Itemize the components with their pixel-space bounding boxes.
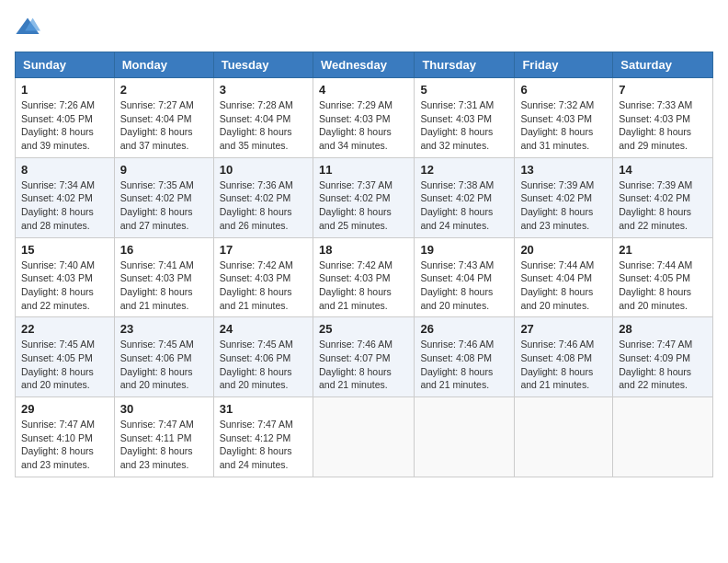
calendar-day-cell: 4Sunrise: 7:29 AMSunset: 4:03 PMDaylight… — [313, 78, 414, 158]
day-number: 29 — [21, 402, 108, 416]
day-info: Sunrise: 7:34 AMSunset: 4:02 PMDaylight:… — [21, 178, 108, 233]
day-info: Sunrise: 7:46 AMSunset: 4:08 PMDaylight:… — [420, 338, 508, 392]
calendar-day-cell — [613, 397, 713, 477]
day-info: Sunrise: 7:45 AMSunset: 4:06 PMDaylight:… — [120, 338, 208, 392]
calendar-day-cell: 15Sunrise: 7:40 AMSunset: 4:03 PMDayligh… — [16, 237, 115, 317]
calendar-day-cell — [515, 397, 613, 477]
day-info: Sunrise: 7:44 AMSunset: 4:04 PMDaylight:… — [520, 259, 607, 313]
calendar-day-cell: 27Sunrise: 7:46 AMSunset: 4:08 PMDayligh… — [515, 317, 613, 397]
day-info: Sunrise: 7:45 AMSunset: 4:05 PMDaylight:… — [21, 338, 108, 392]
calendar-day-cell — [415, 397, 515, 477]
weekday-header-cell: Wednesday — [313, 52, 414, 78]
day-info: Sunrise: 7:47 AMSunset: 4:11 PMDaylight:… — [120, 418, 208, 472]
day-info: Sunrise: 7:29 AMSunset: 4:03 PMDaylight:… — [319, 98, 408, 153]
calendar-day-cell: 16Sunrise: 7:41 AMSunset: 4:03 PMDayligh… — [114, 237, 213, 317]
calendar-week-row: 1Sunrise: 7:26 AMSunset: 4:05 PMDaylight… — [16, 78, 713, 158]
day-number: 3 — [220, 83, 307, 97]
day-info: Sunrise: 7:41 AMSunset: 4:03 PMDaylight:… — [120, 259, 208, 313]
calendar-header-row: SundayMondayTuesdayWednesdayThursdayFrid… — [16, 52, 713, 78]
day-number: 23 — [120, 322, 208, 336]
day-info: Sunrise: 7:35 AMSunset: 4:02 PMDaylight:… — [120, 178, 208, 233]
calendar-day-cell: 3Sunrise: 7:28 AMSunset: 4:04 PMDaylight… — [213, 78, 313, 158]
day-info: Sunrise: 7:36 AMSunset: 4:02 PMDaylight:… — [220, 178, 307, 233]
calendar-day-cell: 18Sunrise: 7:42 AMSunset: 4:03 PMDayligh… — [313, 237, 414, 317]
day-number: 7 — [619, 83, 707, 97]
day-number: 21 — [619, 243, 707, 257]
day-number: 30 — [120, 402, 208, 416]
day-number: 25 — [319, 322, 408, 336]
calendar-day-cell: 30Sunrise: 7:47 AMSunset: 4:11 PMDayligh… — [114, 397, 213, 477]
day-info: Sunrise: 7:32 AMSunset: 4:03 PMDaylight:… — [520, 98, 607, 153]
day-info: Sunrise: 7:33 AMSunset: 4:03 PMDaylight:… — [619, 98, 707, 153]
day-number: 22 — [21, 322, 108, 336]
calendar-day-cell: 24Sunrise: 7:45 AMSunset: 4:06 PMDayligh… — [213, 317, 313, 397]
calendar-day-cell: 20Sunrise: 7:44 AMSunset: 4:04 PMDayligh… — [515, 237, 613, 317]
day-number: 26 — [420, 322, 508, 336]
calendar-day-cell: 31Sunrise: 7:47 AMSunset: 4:12 PMDayligh… — [213, 397, 313, 477]
weekday-header-cell: Friday — [515, 52, 613, 78]
calendar-day-cell: 7Sunrise: 7:33 AMSunset: 4:03 PMDaylight… — [613, 78, 713, 158]
calendar-day-cell — [313, 397, 414, 477]
day-number: 8 — [21, 163, 108, 177]
day-info: Sunrise: 7:39 AMSunset: 4:02 PMDaylight:… — [520, 178, 607, 233]
day-number: 4 — [319, 83, 408, 97]
weekday-header-cell: Sunday — [16, 52, 115, 78]
day-info: Sunrise: 7:44 AMSunset: 4:05 PMDaylight:… — [619, 259, 707, 313]
day-info: Sunrise: 7:42 AMSunset: 4:03 PMDaylight:… — [319, 259, 408, 313]
day-number: 2 — [120, 83, 208, 97]
day-number: 15 — [21, 243, 108, 257]
calendar-day-cell: 8Sunrise: 7:34 AMSunset: 4:02 PMDaylight… — [16, 157, 115, 237]
calendar-week-row: 22Sunrise: 7:45 AMSunset: 4:05 PMDayligh… — [16, 317, 713, 397]
weekday-header-cell: Tuesday — [213, 52, 313, 78]
day-number: 24 — [220, 322, 307, 336]
day-number: 12 — [420, 163, 508, 177]
day-info: Sunrise: 7:43 AMSunset: 4:04 PMDaylight:… — [420, 259, 508, 313]
calendar-week-row: 8Sunrise: 7:34 AMSunset: 4:02 PMDaylight… — [16, 157, 713, 237]
day-info: Sunrise: 7:46 AMSunset: 4:08 PMDaylight:… — [520, 338, 607, 392]
day-number: 14 — [619, 163, 707, 177]
day-number: 31 — [220, 402, 307, 416]
calendar-day-cell: 28Sunrise: 7:47 AMSunset: 4:09 PMDayligh… — [613, 317, 713, 397]
calendar-week-row: 29Sunrise: 7:47 AMSunset: 4:10 PMDayligh… — [16, 397, 713, 477]
day-number: 19 — [420, 243, 508, 257]
day-info: Sunrise: 7:46 AMSunset: 4:07 PMDaylight:… — [319, 338, 408, 392]
page-header — [15, 15, 713, 40]
calendar-day-cell: 22Sunrise: 7:45 AMSunset: 4:05 PMDayligh… — [16, 317, 115, 397]
calendar-day-cell: 10Sunrise: 7:36 AMSunset: 4:02 PMDayligh… — [213, 157, 313, 237]
day-number: 9 — [120, 163, 208, 177]
calendar-day-cell: 19Sunrise: 7:43 AMSunset: 4:04 PMDayligh… — [415, 237, 515, 317]
day-number: 1 — [21, 83, 108, 97]
calendar-day-cell: 1Sunrise: 7:26 AMSunset: 4:05 PMDaylight… — [16, 78, 115, 158]
day-number: 5 — [420, 83, 508, 97]
day-info: Sunrise: 7:27 AMSunset: 4:04 PMDaylight:… — [120, 98, 208, 153]
calendar-day-cell: 26Sunrise: 7:46 AMSunset: 4:08 PMDayligh… — [415, 317, 515, 397]
calendar-day-cell: 25Sunrise: 7:46 AMSunset: 4:07 PMDayligh… — [313, 317, 414, 397]
calendar-day-cell: 12Sunrise: 7:38 AMSunset: 4:02 PMDayligh… — [415, 157, 515, 237]
day-info: Sunrise: 7:45 AMSunset: 4:06 PMDaylight:… — [220, 338, 307, 392]
day-info: Sunrise: 7:47 AMSunset: 4:12 PMDaylight:… — [220, 418, 307, 472]
day-info: Sunrise: 7:37 AMSunset: 4:02 PMDaylight:… — [319, 178, 408, 233]
day-info: Sunrise: 7:31 AMSunset: 4:03 PMDaylight:… — [420, 98, 508, 153]
day-info: Sunrise: 7:26 AMSunset: 4:05 PMDaylight:… — [21, 98, 108, 153]
calendar-week-row: 15Sunrise: 7:40 AMSunset: 4:03 PMDayligh… — [16, 237, 713, 317]
calendar-body: 1Sunrise: 7:26 AMSunset: 4:05 PMDaylight… — [16, 78, 713, 477]
calendar-day-cell: 17Sunrise: 7:42 AMSunset: 4:03 PMDayligh… — [213, 237, 313, 317]
weekday-header-cell: Saturday — [613, 52, 713, 78]
day-info: Sunrise: 7:47 AMSunset: 4:09 PMDaylight:… — [619, 338, 707, 392]
day-info: Sunrise: 7:28 AMSunset: 4:04 PMDaylight:… — [220, 98, 307, 153]
day-info: Sunrise: 7:47 AMSunset: 4:10 PMDaylight:… — [21, 418, 108, 472]
day-info: Sunrise: 7:42 AMSunset: 4:03 PMDaylight:… — [220, 259, 307, 313]
calendar-day-cell: 11Sunrise: 7:37 AMSunset: 4:02 PMDayligh… — [313, 157, 414, 237]
day-number: 17 — [220, 243, 307, 257]
day-number: 18 — [319, 243, 408, 257]
weekday-header-cell: Thursday — [415, 52, 515, 78]
calendar-day-cell: 13Sunrise: 7:39 AMSunset: 4:02 PMDayligh… — [515, 157, 613, 237]
day-info: Sunrise: 7:39 AMSunset: 4:02 PMDaylight:… — [619, 178, 707, 233]
day-number: 20 — [520, 243, 607, 257]
day-number: 13 — [520, 163, 607, 177]
weekday-header-cell: Monday — [114, 52, 213, 78]
calendar-day-cell: 6Sunrise: 7:32 AMSunset: 4:03 PMDaylight… — [515, 78, 613, 158]
day-number: 27 — [520, 322, 607, 336]
calendar-table: SundayMondayTuesdayWednesdayThursdayFrid… — [15, 52, 713, 477]
calendar-day-cell: 5Sunrise: 7:31 AMSunset: 4:03 PMDaylight… — [415, 78, 515, 158]
